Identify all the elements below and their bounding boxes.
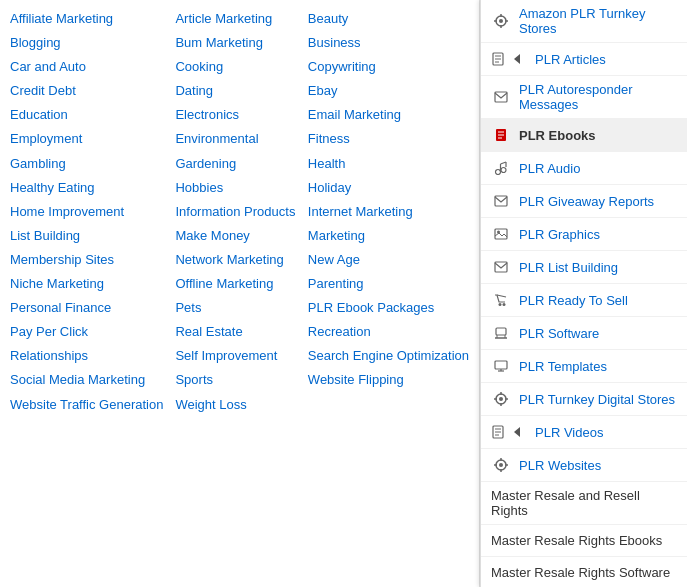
- menu-item-label: Master Resale Rights Software: [491, 565, 670, 580]
- menu-item-master-resale-ebooks[interactable]: Master Resale Rights Ebooks: [481, 525, 687, 557]
- menu-item-plr-templates[interactable]: PLR Templates: [481, 350, 687, 383]
- svg-point-20: [501, 168, 506, 173]
- category-link[interactable]: Offline Marketing: [175, 273, 295, 295]
- category-col-2: Article MarketingBum MarketingCookingDat…: [169, 8, 301, 416]
- category-link[interactable]: Cooking: [175, 56, 295, 78]
- category-link[interactable]: Hobbies: [175, 177, 295, 199]
- category-link[interactable]: Information Products: [175, 201, 295, 223]
- menu-item-label: PLR Ebooks: [519, 128, 596, 143]
- menu-item-plr-turnkey-digital[interactable]: PLR Turnkey Digital Stores: [481, 383, 687, 416]
- book-icon: [491, 125, 511, 145]
- menu-item-label: Master Resale and Resell Rights: [491, 488, 677, 518]
- menu-item-plr-giveaway[interactable]: PLR Giveaway Reports: [481, 185, 687, 218]
- category-link[interactable]: Recreation: [308, 321, 469, 343]
- svg-point-36: [499, 397, 503, 401]
- category-link[interactable]: Health: [308, 153, 469, 175]
- category-link[interactable]: Self Improvement: [175, 345, 295, 367]
- envelope-icon: [491, 257, 511, 277]
- category-link[interactable]: Business: [308, 32, 469, 54]
- category-link[interactable]: Pay Per Click: [10, 321, 163, 343]
- category-link[interactable]: Website Traffic Generation: [10, 394, 163, 416]
- category-link[interactable]: New Age: [308, 249, 469, 271]
- category-link[interactable]: Make Money: [175, 225, 295, 247]
- menu-item-plr-ebooks[interactable]: PLR Ebooks: [481, 119, 687, 152]
- category-link[interactable]: Healthy Eating: [10, 177, 163, 199]
- category-link[interactable]: Sports: [175, 369, 295, 391]
- menu-item-label: PLR Websites: [519, 458, 601, 473]
- menu-item-label: PLR Software: [519, 326, 599, 341]
- menu-item-label: PLR Graphics: [519, 227, 600, 242]
- category-link[interactable]: Education: [10, 104, 163, 126]
- category-link[interactable]: Gambling: [10, 153, 163, 175]
- category-link[interactable]: Website Flipping: [308, 369, 469, 391]
- cart-icon: [491, 290, 511, 310]
- menu-item-plr-websites[interactable]: PLR Websites: [481, 449, 687, 482]
- svg-marker-10: [514, 54, 520, 64]
- tag-icon: [507, 422, 527, 442]
- menu-item-amazon-plr[interactable]: Amazon PLR Turnkey Stores: [481, 0, 687, 43]
- category-link[interactable]: PLR Ebook Packages: [308, 297, 469, 319]
- category-link[interactable]: Employment: [10, 128, 163, 150]
- category-link[interactable]: Relationships: [10, 345, 163, 367]
- menu-item-label: PLR Turnkey Digital Stores: [519, 392, 675, 407]
- gear-icon: [491, 389, 511, 409]
- category-link[interactable]: Niche Marketing: [10, 273, 163, 295]
- category-link[interactable]: Holiday: [308, 177, 469, 199]
- menu-item-master-resale[interactable]: Master Resale and Resell Rights: [481, 482, 687, 525]
- menu-item-label: PLR List Building: [519, 260, 618, 275]
- category-link[interactable]: List Building: [10, 225, 163, 247]
- category-link[interactable]: Credit Debt: [10, 80, 163, 102]
- menu-item-plr-list-building[interactable]: PLR List Building: [481, 251, 687, 284]
- envelope-icon: [491, 191, 511, 211]
- menu-item-plr-software[interactable]: PLR Software: [481, 317, 687, 350]
- category-link[interactable]: Blogging: [10, 32, 163, 54]
- menu-item-plr-audio[interactable]: PLR Audio: [481, 152, 687, 185]
- category-link[interactable]: Article Marketing: [175, 8, 295, 30]
- category-link[interactable]: Parenting: [308, 273, 469, 295]
- category-link[interactable]: Bum Marketing: [175, 32, 295, 54]
- left-panel: Affiliate MarketingBloggingCar and AutoC…: [0, 0, 480, 587]
- category-link[interactable]: Membership Sites: [10, 249, 163, 271]
- svg-point-26: [499, 303, 502, 306]
- category-link[interactable]: Pets: [175, 297, 295, 319]
- menu-item-label: PLR Giveaway Reports: [519, 194, 654, 209]
- category-link[interactable]: Ebay: [308, 80, 469, 102]
- menu-item-plr-videos[interactable]: PLR Videos: [481, 416, 687, 449]
- menu-item-master-resale-software[interactable]: Master Resale Rights Software: [481, 557, 687, 587]
- category-link[interactable]: Personal Finance: [10, 297, 163, 319]
- svg-point-16: [496, 170, 501, 175]
- image-icon: [491, 224, 511, 244]
- category-link[interactable]: Affiliate Marketing: [10, 8, 163, 30]
- category-link[interactable]: Social Media Marketing: [10, 369, 163, 391]
- category-link[interactable]: Email Marketing: [308, 104, 469, 126]
- menu-item-label: PLR Articles: [535, 52, 606, 67]
- category-link[interactable]: Real Estate: [175, 321, 295, 343]
- menu-item-label: PLR Templates: [519, 359, 607, 374]
- category-link[interactable]: Beauty: [308, 8, 469, 30]
- svg-rect-11: [495, 92, 507, 102]
- category-link[interactable]: Weight Loss: [175, 394, 295, 416]
- category-link[interactable]: Electronics: [175, 104, 295, 126]
- svg-rect-28: [496, 328, 506, 335]
- category-link[interactable]: Internet Marketing: [308, 201, 469, 223]
- menu-item-plr-autoresponder[interactable]: PLR Autoresponder Messages: [481, 76, 687, 119]
- category-link[interactable]: Network Marketing: [175, 249, 295, 271]
- menu-item-plr-ready-to-sell[interactable]: PLR Ready To Sell: [481, 284, 687, 317]
- category-link[interactable]: Home Improvement: [10, 201, 163, 223]
- svg-line-18: [501, 162, 507, 164]
- menu-item-label: Master Resale Rights Ebooks: [491, 533, 662, 548]
- category-link[interactable]: Car and Auto: [10, 56, 163, 78]
- menu-item-plr-graphics[interactable]: PLR Graphics: [481, 218, 687, 251]
- category-link[interactable]: Dating: [175, 80, 295, 102]
- category-link[interactable]: Search Engine Optimization: [308, 345, 469, 367]
- page-icon: [491, 52, 505, 66]
- category-link[interactable]: Gardening: [175, 153, 295, 175]
- svg-point-1: [499, 19, 503, 23]
- menu-item-plr-articles[interactable]: PLR Articles: [481, 43, 687, 76]
- category-link[interactable]: Copywriting: [308, 56, 469, 78]
- monitor-icon: [491, 356, 511, 376]
- category-link[interactable]: Fitness: [308, 128, 469, 150]
- category-link[interactable]: Marketing: [308, 225, 469, 247]
- gear-icon: [491, 455, 511, 475]
- category-link[interactable]: Environmental: [175, 128, 295, 150]
